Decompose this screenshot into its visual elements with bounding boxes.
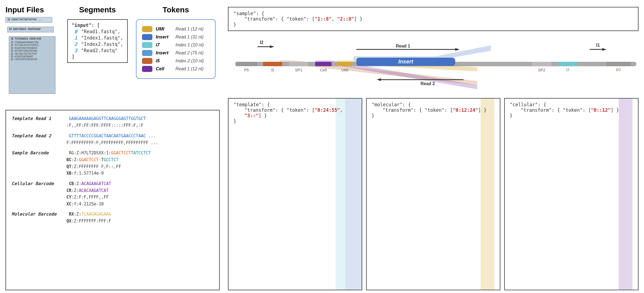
sam-template-read1: Template Read 1 GAAGAAAAAGAGGTTCAAGGGAGT… [12,115,214,129]
svg-text:SP2: SP2 [538,68,545,72]
fastq-file-2: ID GAACTGAGCG CGGGFGGGAF [7,27,54,32]
sam-rg-cyan: TATCCTCT [131,150,151,155]
svg-rect-13 [606,62,631,66]
sam-bc-dash: -T [99,157,104,162]
sample-config-box: "sample": { "transform": { "token": ["1:… [228,7,639,31]
svg-marker-30 [602,48,607,51]
sam-template-read1-seq: GAAGAAAAAGAGGTTCAAGGGAGTTGGTGCT [69,116,146,121]
sam-xc: XC:f:4.2125e-10 [66,202,104,207]
svg-text:i5: i5 [271,68,274,72]
top-section: Input Files ID CGGACCTACTAGTCATCGA ... I… [5,5,220,107]
sam-cb-prefix: CB:Z: [69,181,81,186]
sam-xb: XB:f:1.57714e-9 [66,171,104,176]
sam-sample-barcode: Sample Barcode RG:Z:H7LT2DSXX:1:GGACTCCT… [12,150,214,177]
svg-text:UMI: UMI [341,68,349,72]
config-boxes-row: "template": { "transform": { "token": ["… [228,98,639,290]
svg-text:SP1: SP1 [295,68,302,72]
token-swatch-cell [142,66,152,72]
sam-qx: QX:Z:FFFFFFF:FFF:F [66,219,111,224]
template-config-box: "template": { "transform": { "token": ["… [228,98,362,290]
right-panel: "sample": { "transform": { "token": ["1:… [225,0,644,293]
sam-bc-prefix: BC:Z: [66,157,79,162]
fastq-file-1: ID CGGACCTACTAGTCATCGA ... [5,17,52,23]
sam-cr-val1: ACAC [79,188,89,193]
sam-template-read2-label: Template Read 2 [12,133,66,139]
sam-cr-val2: AGATCAT [91,188,108,193]
svg-marker-27 [270,45,274,48]
segments-title: Segments [79,5,116,14]
svg-marker-33 [377,78,381,81]
sam-molecular-barcode-label: Molecular Barcode [12,211,66,217]
segments-section: Segments "input": [ 0 "Read1.fastq", 1 "… [66,5,129,63]
svg-text:Read 2: Read 2 [420,81,435,86]
svg-rect-9 [337,62,352,66]
main-container: Input Files ID CGGACCTACTAGTCATCGA ... I… [0,0,644,293]
svg-rect-11 [532,62,551,66]
tokens-section: Tokens UMI Read 1 (12 nt) Insert Read 1 … [135,5,217,79]
input-row-1: 1 "Index1.fastq", [72,35,123,41]
sam-cb-val: ACAGAAGATCAT [81,181,111,186]
sam-box: Template Read 1 GAAGAAAAAGAGGTTCAAGGGAGT… [5,110,220,290]
token-umi: UMI Read 1 (12 nt) [142,26,210,32]
token-insert2: Insert Read 2 (75 nt) [142,50,210,56]
token-i7: i7 Index 1 (10 nt) [142,42,210,48]
sam-cr-red: A [89,188,91,193]
diagram-section: Insert P5 i5 SP1 Cell UMI SP2 i7 P7 Read… [228,34,639,95]
svg-text:P7: P7 [616,68,621,72]
token-swatch-insert1 [142,34,152,40]
sam-bc-orange: GGACTCCT [79,157,99,162]
sam-rx-val: TCAAGAGAGAAG [81,212,111,217]
sam-rx-prefix: RX:Z: [69,212,81,217]
tokens-box: UMI Read 1 (12 nt) Insert Read 1 (31 nt)… [136,19,216,79]
svg-text:P5: P5 [244,68,249,72]
svg-text:I2: I2 [260,40,263,45]
sam-qt: QT:Z:FFFFFFFF F,F::,FF [66,164,121,169]
sam-bc-cyan: GCCTCT [104,157,118,162]
token-swatch-i7 [142,42,152,48]
token-i5: i5 Index 2 (10 nt) [142,58,210,64]
diagram-svg: Insert P5 i5 SP1 Cell UMI SP2 i7 P7 Read… [228,34,639,95]
svg-rect-5 [236,62,258,66]
svg-text:Read 1: Read 1 [396,44,410,48]
cellular-config-box: "cellular": { "transform": { "token": ["… [504,98,639,290]
left-panel: Input Files ID CGGACCTACTAGTCATCGA ... I… [0,0,225,293]
input-row-2: 2 "Index2.fastq", [72,41,123,47]
sam-rg-prefix: RG:Z:H7LT2DSXX:1: [69,150,111,155]
sam-template-read1-qual: :F,,FF:FF:FFF:FFFF:::::FFF:F,:F [66,123,143,128]
molecular-config-box: "molecular": { "transform": { "token": [… [366,98,500,290]
fastq-file-3: ID TCGTGGAGCG CGGGF<GID ID CTAAGAAATAAGA… [9,36,55,94]
input-code-header: "input": [ [72,23,123,28]
input-code-close: ] [72,54,123,60]
input-row-0: 0 "Read1.fastq", [72,29,123,34]
sam-cr-prefix: CR:Z: [66,188,79,193]
input-files-section: Input Files ID CGGACCTACTAGTCATCGA ... I… [5,5,60,94]
sam-sample-barcode-label: Sample Barcode [12,150,66,156]
sam-template-read1-label: Template Read 1 [12,115,66,122]
svg-rect-8 [315,62,332,66]
token-insert1: Insert Read 1 (31 nt) [142,34,210,40]
input-code-box: "input": [ 0 "Read1.fastq", 1 "Index1.fa… [67,19,128,63]
svg-rect-6 [263,62,282,66]
fastq-stack: ID CGGACCTACTAGTCATCGA ... ID GAACTGAGCG… [5,17,55,94]
token-swatch-insert2 [142,50,152,56]
sam-cy: CY:Z:F:F,FFFF,,FF [66,195,109,200]
input-row-3: 3 "Read2.fastq" [72,48,123,53]
token-swatch-umi [142,26,152,32]
svg-text:Insert: Insert [398,58,414,65]
input-files-title: Input Files [5,5,44,14]
sam-rg-orange: GGACTCCT [111,150,131,155]
token-swatch-i5 [142,58,152,64]
sam-template-read2: Template Read 2 GTTTTACCCCGGACTAACAATGAA… [12,133,214,146]
svg-text:I1: I1 [596,43,600,48]
svg-text:Cell: Cell [320,68,327,72]
svg-marker-24 [455,48,460,51]
sam-template-read2-qual: F:FFFFFFFFF:F,FFFFFFFFF,FFFFFFFFF [66,140,148,145]
svg-rect-12 [558,62,578,66]
token-cell: Cell Read 1 (12 nt) [142,66,210,72]
svg-text:i7: i7 [566,68,569,72]
sam-template-read2-seq: GTTTTACCCCGGACTAACAATGAACCCTAAC [69,133,146,138]
sam-cellular-barcode-label: Cellular Barcode [12,180,66,187]
svg-rect-7 [289,62,308,66]
sam-cellular-barcode: Cellular Barcode CB:Z:ACAGAAGATCAT CR:Z:… [12,180,214,207]
tokens-title: Tokens [163,5,189,14]
